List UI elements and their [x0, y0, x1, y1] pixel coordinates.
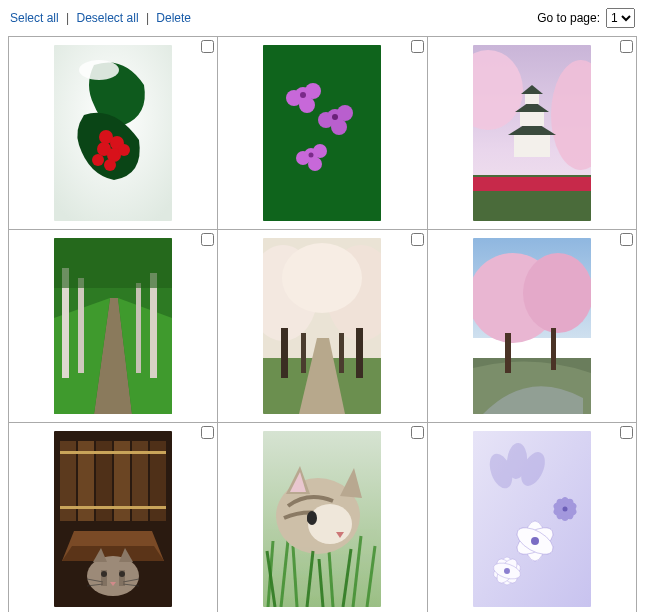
- grid-cell: [218, 230, 426, 422]
- image-checkbox[interactable]: [411, 233, 424, 246]
- svg-rect-52: [339, 333, 344, 373]
- image-checkbox[interactable]: [411, 426, 424, 439]
- thumbnail-forest-path[interactable]: [54, 238, 172, 414]
- svg-point-94: [307, 511, 317, 525]
- thumbnail-cat-books[interactable]: [54, 431, 172, 607]
- image-checkbox[interactable]: [201, 426, 214, 439]
- svg-point-7: [118, 144, 130, 156]
- svg-point-93: [308, 504, 352, 544]
- svg-rect-30: [473, 177, 591, 191]
- svg-rect-79: [101, 570, 107, 586]
- thumbnail-holly-berries[interactable]: [54, 45, 172, 221]
- svg-point-115: [504, 568, 510, 574]
- svg-rect-57: [505, 333, 511, 373]
- svg-point-56: [523, 253, 591, 333]
- svg-point-17: [337, 105, 353, 121]
- svg-rect-67: [60, 506, 166, 509]
- thumbnail-lilac-flowers[interactable]: [473, 431, 591, 607]
- grid-cell: [9, 423, 217, 612]
- separator: |: [66, 11, 69, 25]
- image-checkbox[interactable]: [411, 40, 424, 53]
- svg-point-6: [92, 154, 104, 166]
- image-checkbox[interactable]: [620, 40, 633, 53]
- separator: |: [146, 11, 149, 25]
- svg-point-25: [309, 153, 314, 158]
- svg-point-24: [308, 157, 322, 171]
- svg-point-8: [104, 159, 116, 171]
- svg-rect-39: [78, 278, 84, 373]
- svg-point-22: [313, 144, 327, 158]
- svg-rect-42: [54, 238, 172, 288]
- image-checkbox[interactable]: [201, 40, 214, 53]
- deselect-all-link[interactable]: Deselect all: [77, 11, 139, 25]
- image-checkbox[interactable]: [620, 426, 633, 439]
- thumbnail-japanese-castle[interactable]: [473, 45, 591, 221]
- svg-rect-40: [150, 273, 157, 378]
- svg-point-48: [282, 243, 362, 313]
- thumbnail-riverside-blossom[interactable]: [473, 238, 591, 414]
- svg-rect-80: [119, 570, 125, 586]
- svg-point-20: [332, 114, 338, 120]
- grid-cell: [218, 423, 426, 612]
- svg-point-12: [305, 83, 321, 99]
- go-to-page-label: Go to page:: [537, 11, 600, 25]
- svg-point-121: [562, 507, 567, 512]
- grid-cell: [218, 37, 426, 229]
- page-select[interactable]: 1: [606, 8, 635, 28]
- toolbar-actions: Select all | Deselect all | Delete: [10, 11, 191, 25]
- delete-link[interactable]: Delete: [156, 11, 191, 25]
- image-checkbox[interactable]: [620, 233, 633, 246]
- svg-rect-41: [136, 283, 141, 373]
- select-all-link[interactable]: Select all: [10, 11, 59, 25]
- grid-cell: [428, 230, 636, 422]
- svg-rect-49: [281, 328, 288, 378]
- svg-point-1: [79, 60, 119, 80]
- svg-point-19: [331, 119, 347, 135]
- svg-point-23: [296, 151, 310, 165]
- image-checkbox[interactable]: [201, 233, 214, 246]
- thumbnail-blossom-avenue[interactable]: [263, 238, 381, 414]
- svg-rect-58: [551, 328, 556, 370]
- svg-rect-31: [514, 135, 550, 157]
- svg-point-14: [299, 97, 315, 113]
- svg-rect-50: [356, 328, 363, 378]
- thumbnail-cat-grass[interactable]: [263, 431, 381, 607]
- svg-rect-51: [301, 333, 306, 373]
- svg-rect-10: [263, 45, 381, 221]
- thumbnail-purple-flowers[interactable]: [263, 45, 381, 221]
- toolbar: Select all | Deselect all | Delete Go to…: [8, 8, 637, 30]
- svg-rect-32: [520, 112, 544, 126]
- grid-cell: [9, 37, 217, 229]
- svg-point-15: [300, 92, 306, 98]
- svg-rect-33: [525, 94, 539, 104]
- svg-point-109: [531, 537, 539, 545]
- grid-cell: [428, 423, 636, 612]
- image-grid: [8, 36, 637, 612]
- grid-cell: [9, 230, 217, 422]
- pager: Go to page: 1: [537, 8, 635, 28]
- grid-cell: [428, 37, 636, 229]
- svg-rect-66: [60, 451, 166, 454]
